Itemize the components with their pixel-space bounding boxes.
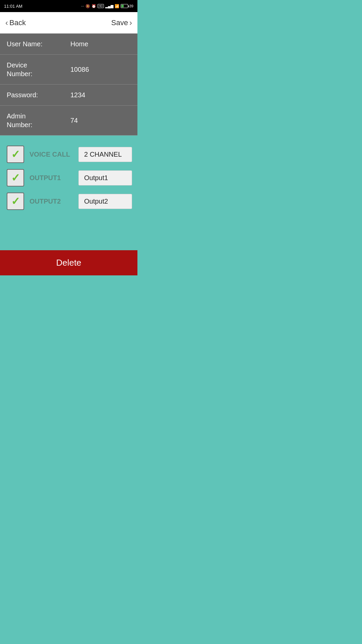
time-display: 11:01 AM xyxy=(4,4,22,9)
form-row-username: User Name: Home xyxy=(0,34,137,55)
output1-checkbox[interactable]: ✓ xyxy=(7,169,24,186)
output1-label: OUTPUT1 xyxy=(29,174,73,182)
device-number-value: 10086 xyxy=(70,66,131,73)
back-label: Back xyxy=(9,18,26,27)
form-section: User Name: Home DeviceNumber: 10086 Pass… xyxy=(0,34,137,136)
output1-checkmark-icon: ✓ xyxy=(11,172,20,183)
form-row-admin-number: AdminNumber: 74 xyxy=(0,106,137,136)
back-button[interactable]: ‹ Back xyxy=(5,18,26,28)
output1-value-box[interactable]: Output1 xyxy=(78,170,132,185)
output2-checkmark-icon: ✓ xyxy=(11,196,20,207)
form-row-device-number: DeviceNumber: 10086 xyxy=(0,55,137,85)
voice-call-checkbox[interactable]: ✓ xyxy=(7,146,24,163)
forward-chevron-icon: › xyxy=(129,18,132,28)
output1-value: Output1 xyxy=(84,174,108,181)
save-button[interactable]: Save › xyxy=(111,18,132,28)
output2-row: ✓ OUTPUT2 Output2 xyxy=(7,193,131,210)
output2-value-box[interactable]: Output2 xyxy=(78,194,132,209)
voice-call-value-box[interactable]: 2 CHANNEL xyxy=(78,147,132,162)
device-number-label: DeviceNumber: xyxy=(7,61,70,78)
output2-checkbox[interactable]: ✓ xyxy=(7,193,24,210)
password-label: Password: xyxy=(7,91,70,99)
battery-percent: 39 xyxy=(129,4,133,8)
delete-label: Delete xyxy=(56,258,81,268)
signal-dots-icon: ··· xyxy=(81,4,84,8)
battery-fill xyxy=(121,5,124,7)
username-value: Home xyxy=(70,40,131,48)
username-label: User Name: xyxy=(7,40,70,48)
output1-row: ✓ OUTPUT1 Output1 xyxy=(7,169,131,186)
form-row-password: Password: 1234 xyxy=(0,85,137,106)
output2-label: OUTPUT2 xyxy=(29,198,73,205)
delete-button[interactable]: Delete xyxy=(0,250,137,275)
spacer xyxy=(0,217,137,250)
voice-call-value: 2 CHANNEL xyxy=(84,151,122,158)
voice-call-row: ✓ VOICE CALL 2 CHANNEL xyxy=(7,146,131,163)
voice-call-label: VOICE CALL xyxy=(29,151,73,158)
status-bar: 11:01 AM ··· 🔕 ⏰ HD ▂▄▆ 📶 39 xyxy=(0,0,137,12)
hd-icon: HD xyxy=(98,4,104,8)
wifi-icon: 📶 xyxy=(115,4,119,8)
output2-value: Output2 xyxy=(84,198,108,205)
admin-number-value: 74 xyxy=(70,117,131,124)
navigation-bar: ‹ Back Save › xyxy=(0,12,137,34)
save-label: Save xyxy=(111,18,128,27)
back-chevron-icon: ‹ xyxy=(5,18,8,28)
battery-icon xyxy=(121,4,128,8)
password-value: 1234 xyxy=(70,91,131,99)
status-icons: ··· 🔕 ⏰ HD ▂▄▆ 📶 39 xyxy=(81,4,133,8)
alarm-icon: ⏰ xyxy=(92,4,96,8)
options-section: ✓ VOICE CALL 2 CHANNEL ✓ OUTPUT1 Output1… xyxy=(0,136,137,217)
voice-call-checkmark-icon: ✓ xyxy=(11,149,20,160)
mute-icon: 🔕 xyxy=(85,4,90,8)
admin-number-label: AdminNumber: xyxy=(7,112,70,129)
signal-bars-icon: ▂▄▆ xyxy=(105,4,113,8)
bottom-section: ✓ VOICE CALL 2 CHANNEL ✓ OUTPUT1 Output1… xyxy=(0,136,137,275)
